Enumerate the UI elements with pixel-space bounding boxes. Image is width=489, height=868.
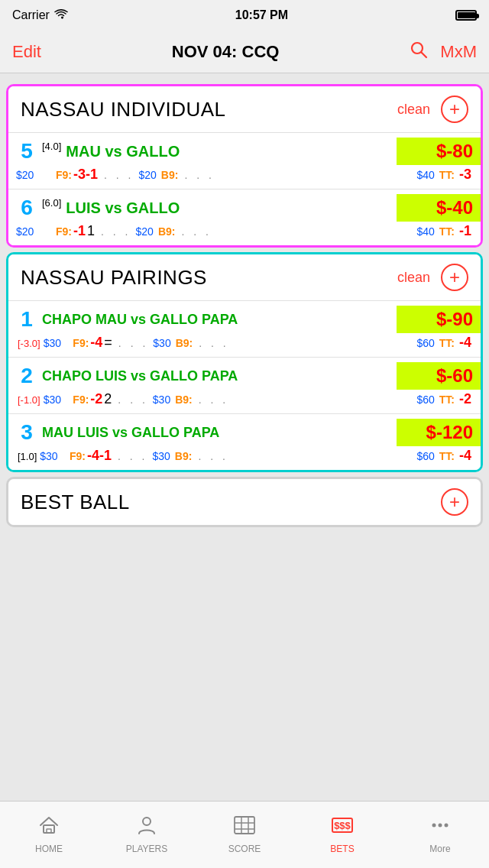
match-1-f9-extra: = xyxy=(104,335,112,351)
match-6-top: 6 [6.0] LUIS vs GALLO $-40 xyxy=(8,189,481,223)
match-5-scores: $20 F9: -3-1 . . . $20 B9: . . . $40 TT:… xyxy=(8,167,481,189)
match-5-handicap: [4.0] xyxy=(42,141,61,152)
nassau-individual-clean-button[interactable]: clean xyxy=(397,102,430,118)
svg-point-4 xyxy=(143,818,151,825)
tab-score[interactable]: SCORE xyxy=(196,815,293,854)
match-2-f9-amount: $30 xyxy=(44,394,61,406)
edit-button[interactable]: Edit xyxy=(12,42,41,62)
match-6-f9-extra: 1 xyxy=(87,223,95,239)
match-5-amount: $-80 xyxy=(397,138,481,165)
match-3-tt-score: -4 xyxy=(459,448,471,464)
nassau-individual-title: NASSAU INDIVIDUAL xyxy=(21,98,226,121)
match-6-amount: $-40 xyxy=(397,194,481,222)
match-row-6[interactable]: 6 [6.0] LUIS vs GALLO $-40 $20 F9: -1 1 … xyxy=(8,189,481,245)
nav-title: NOV 04: CCQ xyxy=(172,42,280,62)
match-3-amount: $-120 xyxy=(397,419,481,446)
svg-point-12 xyxy=(432,824,436,828)
nassau-pairings-actions: clean + xyxy=(397,264,468,291)
svg-rect-5 xyxy=(235,817,254,834)
status-left: Carrier xyxy=(12,8,68,22)
match-1-b9-label: B9: xyxy=(176,337,193,349)
match-row-5[interactable]: 5 [4.0] MAU vs GALLO $-80 $20 F9: -3-1 .… xyxy=(8,132,481,189)
match-3-dots: . . . xyxy=(118,450,147,462)
match-3-b9-label: B9: xyxy=(175,450,193,462)
match-2-b9-amount: $30 xyxy=(153,394,170,406)
match-2-f9-score: -2 xyxy=(90,391,102,407)
match-1-tt-label: TT: xyxy=(439,337,455,349)
match-6-tt-amount: $40 xyxy=(416,225,434,238)
match-2-f9-label: F9: xyxy=(73,394,89,406)
match-2-name: CHAPO LUIS vs GALLO PAPA xyxy=(40,368,397,384)
nassau-individual-section: NASSAU INDIVIDUAL clean + 5 [4.0] MAU vs… xyxy=(6,84,483,248)
match-3-scores: [1.0] $30 F9: -4-1 . . . $30 B9: . . . $… xyxy=(8,448,481,470)
match-6-tt-score: -1 xyxy=(459,223,471,239)
mxm-button[interactable]: MxM xyxy=(440,42,477,62)
best-ball-title: BEST BALL xyxy=(21,491,130,514)
match-2-tt-label: TT: xyxy=(439,394,455,406)
match-6-scores: $20 F9: -1 1 . . . $20 B9: . . . $40 TT:… xyxy=(8,223,481,245)
nassau-pairings-section: NASSAU PAIRINGS clean + 1 CHAPO MAU vs G… xyxy=(6,252,483,472)
tab-home-label: HOME xyxy=(35,844,63,854)
match-3-tt-amount: $60 xyxy=(416,450,434,462)
nassau-individual-header: NASSAU INDIVIDUAL clean + xyxy=(8,86,481,132)
tab-players[interactable]: PLAYERS xyxy=(98,815,196,854)
match-3-f9-score: -4-1 xyxy=(87,448,112,464)
match-5-f9-score: -3-1 xyxy=(73,167,98,183)
match-6-b9-dots: . . . xyxy=(181,225,211,238)
match-6-f9-amount: $20 xyxy=(16,225,34,238)
tab-bets[interactable]: $$$ BETS xyxy=(293,815,391,854)
match-6-f9-label: F9: xyxy=(56,225,72,238)
nassau-pairings-header: NASSAU PAIRINGS clean + xyxy=(8,254,481,300)
match-3-b9-amount: $30 xyxy=(152,450,170,462)
match-1-b9-amount: $30 xyxy=(153,337,170,349)
nassau-individual-add-button[interactable]: + xyxy=(441,96,468,123)
match-3-b9-dots: . . . xyxy=(198,450,228,462)
match-6-number: 6 xyxy=(13,194,40,222)
more-icon xyxy=(429,815,451,840)
svg-point-13 xyxy=(439,824,442,828)
match-row-3[interactable]: 3 MAU LUIS vs GALLO PAPA $-120 [1.0] $30… xyxy=(8,413,481,470)
match-1-top: 1 CHAPO MAU vs GALLO PAPA $-90 xyxy=(8,301,481,335)
match-6-handicap: [6.0] xyxy=(42,197,61,209)
match-1-tt-amount: $60 xyxy=(416,337,434,349)
svg-line-1 xyxy=(422,52,427,57)
nav-bar: Edit NOV 04: CCQ MxM xyxy=(0,31,489,73)
tab-home[interactable]: HOME xyxy=(0,815,98,854)
nassau-pairings-clean-button[interactable]: clean xyxy=(397,270,430,286)
wifi-icon xyxy=(54,9,68,22)
match-2-b9-dots: . . . xyxy=(199,394,228,406)
svg-text:$$$: $$$ xyxy=(334,820,351,831)
match-row-2[interactable]: 2 CHAPO LUIS vs GALLO PAPA $-60 [-1.0] $… xyxy=(8,357,481,413)
bets-icon: $$$ xyxy=(331,815,354,840)
tab-bar: HOME PLAYERS SCORE $$$ xyxy=(0,801,489,868)
best-ball-section: BEST BALL + xyxy=(6,477,483,527)
match-2-handicap: [-1.0] xyxy=(18,394,40,406)
match-5-number: 5 xyxy=(13,138,40,165)
best-ball-add-button[interactable]: + xyxy=(441,488,468,516)
status-right xyxy=(455,10,477,21)
best-ball-actions: + xyxy=(441,488,468,516)
match-5-top: 5 [4.0] MAU vs GALLO $-80 xyxy=(8,133,481,167)
search-button[interactable] xyxy=(410,40,428,63)
tab-players-label: PLAYERS xyxy=(126,844,167,854)
match-5-b9-dots: . . . xyxy=(184,169,214,181)
match-row-1[interactable]: 1 CHAPO MAU vs GALLO PAPA $-90 [-3.0] $3… xyxy=(8,300,481,357)
nassau-pairings-add-button[interactable]: + xyxy=(441,264,468,291)
svg-rect-3 xyxy=(47,829,51,833)
carrier-label: Carrier xyxy=(12,8,50,22)
status-bar: Carrier 10:57 PM xyxy=(0,0,489,31)
battery-icon xyxy=(455,10,477,21)
tab-more-label: More xyxy=(429,844,450,854)
match-1-tt-score: -4 xyxy=(459,335,471,351)
match-5-f9-amount: $20 xyxy=(16,169,34,181)
match-1-number: 1 xyxy=(13,306,40,333)
best-ball-header: BEST BALL + xyxy=(8,479,481,525)
match-5-b9-amount: $20 xyxy=(139,169,157,181)
tab-more[interactable]: More xyxy=(391,815,489,854)
players-icon xyxy=(136,815,157,840)
match-1-name: CHAPO MAU vs GALLO PAPA xyxy=(40,312,397,328)
match-5-tt-label: TT: xyxy=(439,169,455,181)
match-1-handicap: [-3.0] xyxy=(18,338,40,349)
match-1-dots: . . . xyxy=(118,337,148,349)
match-3-tt-label: TT: xyxy=(439,450,455,462)
